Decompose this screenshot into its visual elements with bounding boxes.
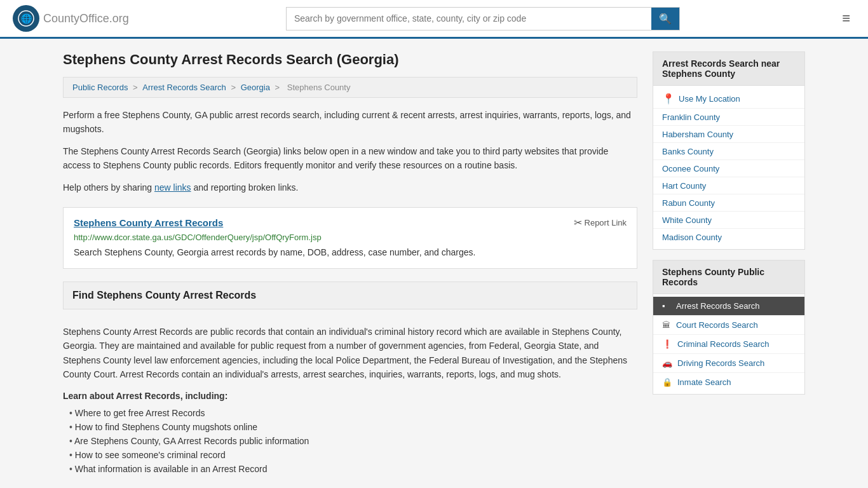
- sidebar-link-white[interactable]: White County: [653, 212, 804, 229]
- inmate-search-link[interactable]: Inmate Search: [677, 377, 731, 387]
- pub-record-inmate[interactable]: 🔒 Inmate Search: [653, 373, 804, 391]
- find-section-body-wrapper: Stephens County Arrest Records are publi…: [63, 309, 637, 485]
- inmate-search-icon: 🔒: [662, 377, 672, 387]
- learn-title: Learn about Arrest Records, including:: [63, 391, 637, 401]
- madison-county-link[interactable]: Madison County: [662, 233, 722, 242]
- report-link-icon: ✂: [574, 217, 582, 229]
- intro3-pre: Help others by sharing: [63, 182, 154, 193]
- sidebar-link-hart[interactable]: Hart County: [653, 177, 804, 194]
- habersham-county-link[interactable]: Habersham County: [662, 130, 733, 139]
- banks-county-link[interactable]: Banks County: [662, 147, 714, 156]
- pub-record-criminal[interactable]: ❗ Criminal Records Search: [653, 335, 804, 354]
- court-records-icon: 🏛: [662, 320, 671, 330]
- logo-suffix: .org: [109, 12, 129, 25]
- breadcrumb-sep-2: >: [231, 83, 238, 92]
- learn-item-5: What information is available in an Arre…: [69, 462, 637, 476]
- public-records-list: ▪ Arrest Records Search 🏛 Court Records …: [653, 294, 804, 394]
- court-records-link[interactable]: Court Records Search: [676, 320, 758, 330]
- learn-item-4: How to see someone's criminal record: [69, 448, 637, 462]
- logo-icon: 🌐: [13, 5, 39, 32]
- svg-text:🌐: 🌐: [21, 13, 32, 24]
- franklin-county-link[interactable]: Franklin County: [662, 112, 720, 122]
- sidebar-link-rabun[interactable]: Rabun County: [653, 194, 804, 212]
- record-card: Stephens County Arrest Records ✂ Report …: [63, 207, 637, 269]
- new-links-link[interactable]: new links: [154, 182, 191, 193]
- driving-records-icon: 🚗: [662, 358, 672, 368]
- site-header: 🌐 CountyOffice.org 🔍 ≡: [0, 0, 868, 39]
- breadcrumb: Public Records > Arrest Records Search >…: [63, 77, 637, 98]
- hart-county-link[interactable]: Hart County: [662, 181, 706, 191]
- pub-record-arrest[interactable]: ▪ Arrest Records Search: [653, 297, 804, 316]
- learn-item-3: Are Stephens County, GA Arrest Records p…: [69, 434, 637, 448]
- oconee-county-link[interactable]: Oconee County: [662, 164, 719, 173]
- pub-record-court[interactable]: 🏛 Court Records Search: [653, 316, 804, 335]
- sidebar-link-banks[interactable]: Banks County: [653, 143, 804, 160]
- record-description: Search Stephens County, Georgia arrest r…: [74, 246, 627, 259]
- breadcrumb-arrest-records[interactable]: Arrest Records Search: [142, 83, 226, 92]
- criminal-records-icon: ❗: [662, 339, 672, 349]
- sidebar: Arrest Records Search near Stephens Coun…: [653, 51, 805, 485]
- learn-item-1: Where to get free Arrest Records: [69, 406, 637, 420]
- sidebar-link-franklin[interactable]: Franklin County: [653, 109, 804, 126]
- find-section: Find Stephens County Arrest Records: [63, 281, 637, 309]
- logo-name: CountyOffice: [43, 12, 109, 25]
- pub-record-driving[interactable]: 🚗 Driving Records Search: [653, 354, 804, 373]
- sidebar-link-oconee[interactable]: Oconee County: [653, 160, 804, 177]
- record-card-header: Stephens County Arrest Records ✂ Report …: [74, 217, 627, 229]
- use-location-item[interactable]: 📍 Use My Location: [653, 90, 804, 109]
- arrest-records-link[interactable]: Arrest Records Search: [676, 301, 760, 311]
- criminal-records-link[interactable]: Criminal Records Search: [677, 339, 770, 349]
- use-location-link[interactable]: Use My Location: [679, 94, 740, 104]
- report-link-button[interactable]: ✂ Report Link: [574, 217, 627, 229]
- sidebar-public-records-header: Stephens County Public Records: [653, 261, 804, 294]
- sidebar-link-madison[interactable]: Madison County: [653, 229, 804, 245]
- driving-records-link[interactable]: Driving Records Search: [677, 358, 764, 368]
- search-bar-wrapper: 🔍: [286, 7, 680, 30]
- breadcrumb-georgia[interactable]: Georgia: [241, 83, 270, 92]
- intro-paragraph-1: Perform a free Stephens County, GA publi…: [63, 108, 637, 137]
- content-area: Stephens County Arrest Records Search (G…: [63, 51, 637, 485]
- sidebar-link-habersham[interactable]: Habersham County: [653, 126, 804, 143]
- report-link-label: Report Link: [585, 218, 627, 227]
- logo-text: CountyOffice.org: [43, 12, 129, 25]
- sidebar-nearby-section: Arrest Records Search near Stephens Coun…: [653, 51, 805, 250]
- rabun-county-link[interactable]: Rabun County: [662, 198, 715, 208]
- white-county-link[interactable]: White County: [662, 215, 712, 225]
- breadcrumb-sep-3: >: [275, 83, 282, 92]
- sidebar-nearby-header: Arrest Records Search near Stephens Coun…: [653, 52, 804, 86]
- search-icon: 🔍: [659, 13, 672, 24]
- main-wrapper: Stephens County Arrest Records Search (G…: [53, 39, 815, 488]
- intro-paragraph-2: The Stephens County Arrest Records Searc…: [63, 144, 637, 173]
- record-url: http://www.dcor.state.ga.us/GDC/Offender…: [74, 233, 627, 242]
- find-section-body: Stephens County Arrest Records are publi…: [63, 325, 637, 382]
- hamburger-icon: ≡: [842, 10, 850, 26]
- intro-paragraph-3: Help others by sharing new links and rep…: [63, 180, 637, 194]
- hamburger-button[interactable]: ≡: [837, 8, 855, 29]
- sidebar-nearby-list: 📍 Use My Location Franklin County Habers…: [653, 86, 804, 249]
- learn-item-2: How to find Stephens County mugshots onl…: [69, 420, 637, 434]
- breadcrumb-public-records[interactable]: Public Records: [72, 83, 128, 92]
- record-card-title[interactable]: Stephens County Arrest Records: [74, 217, 223, 228]
- arrest-records-icon: ▪: [662, 301, 671, 311]
- page-title: Stephens County Arrest Records Search (G…: [63, 51, 637, 68]
- learn-list: Where to get free Arrest Records How to …: [63, 406, 637, 476]
- location-icon: 📍: [662, 93, 675, 105]
- breadcrumb-sep-1: >: [133, 83, 140, 92]
- search-button[interactable]: 🔍: [651, 8, 679, 30]
- intro3-post: and reporting broken links.: [191, 182, 299, 193]
- search-input[interactable]: [287, 8, 651, 29]
- logo-area: 🌐 CountyOffice.org: [13, 5, 129, 32]
- find-section-title: Find Stephens County Arrest Records: [72, 290, 628, 301]
- sidebar-public-records-section: Stephens County Public Records ▪ Arrest …: [653, 260, 805, 395]
- breadcrumb-stephens-county: Stephens County: [287, 83, 351, 92]
